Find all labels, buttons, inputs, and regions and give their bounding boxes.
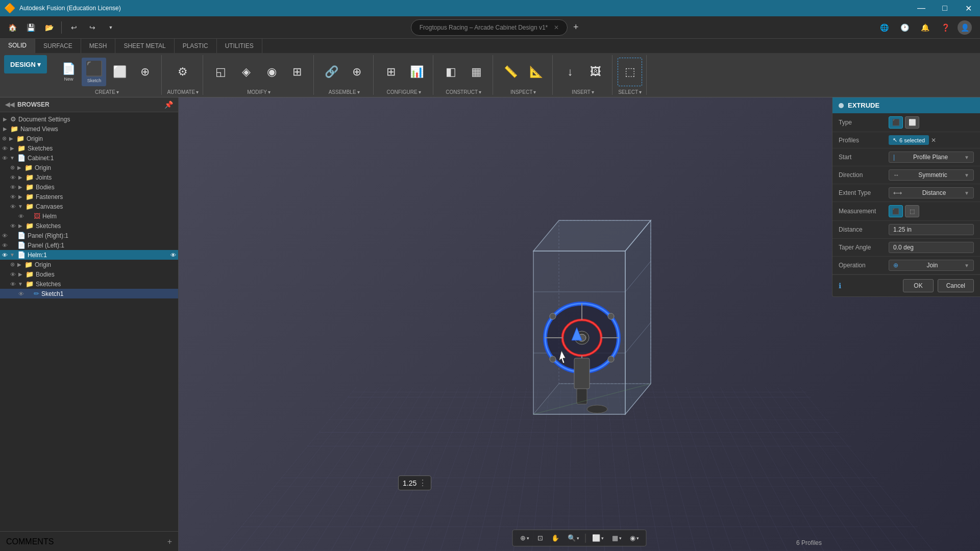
configure-group-label[interactable]: CONFIGURE▾ — [387, 89, 421, 95]
midplane-button[interactable]: ▦ — [464, 58, 488, 86]
eye-sketches-top[interactable]: 👁 — [2, 145, 8, 152]
type-surface-button[interactable]: ⬜ — [905, 116, 919, 129]
info-icon[interactable]: ℹ — [839, 282, 841, 290]
tree-item-sketch1[interactable]: 👁 ✏ Sketch1 — [0, 289, 178, 298]
tree-item-joints[interactable]: 👁 ▶ 📁 Joints — [0, 172, 178, 182]
eye-helm1[interactable]: 👁 — [2, 252, 8, 258]
operation-dropdown[interactable]: ⊕ Join ▼ — [889, 260, 974, 271]
select-group-label[interactable]: SELECT▾ — [618, 89, 642, 95]
insert-button[interactable]: ↓ — [558, 58, 582, 86]
eye-bodies[interactable]: 👁 — [10, 184, 16, 190]
create-group-label[interactable]: CREATE▾ — [95, 89, 119, 95]
automate-group-label[interactable]: AUTOMATE▾ — [167, 89, 199, 95]
canvas-button[interactable]: 🖼 — [583, 58, 608, 86]
eye-panel-right[interactable]: 👁 — [2, 233, 8, 239]
maximize-button[interactable]: □ — [933, 0, 957, 16]
helm1-hidden-eye[interactable]: 👁 — [170, 252, 176, 258]
open-button[interactable]: 📂 — [41, 19, 57, 36]
table-button[interactable]: 📊 — [404, 58, 429, 86]
tree-item-panel-left[interactable]: 👁 📄 Panel (Left):1 — [0, 240, 178, 250]
measure-half-button[interactable]: ⬚ — [905, 205, 919, 217]
comments-add-icon[interactable]: + — [167, 537, 172, 546]
eye-sketches-cabinet[interactable]: 👁 — [10, 223, 16, 229]
input-distance-overlay[interactable]: 1.25 ⋮ — [398, 475, 431, 490]
account-button[interactable]: 👤 — [958, 20, 972, 35]
tree-item-helm-origin[interactable]: ⊗ ▶ 📁 Origin — [0, 260, 178, 269]
tree-item-panel-right[interactable]: 👁 📄 Panel (Right):1 — [0, 231, 178, 240]
display-mode-button[interactable]: ⬜▾ — [589, 532, 607, 544]
modify-group-label[interactable]: MODIFY▾ — [247, 89, 271, 95]
tree-item-document-settings[interactable]: ▶ ⚙ Document Settings — [0, 114, 178, 124]
tree-item-origin[interactable]: ⊗ ▶ 📁 Origin — [0, 134, 178, 143]
insert-group-label[interactable]: INSERT▾ — [572, 89, 594, 95]
tree-item-canvases[interactable]: 👁 ▼ 📁 Canvases — [0, 202, 178, 211]
eye-sketches-helm[interactable]: 👁 — [10, 281, 16, 287]
appearance-button[interactable]: ◉▾ — [627, 532, 642, 544]
create-sketch-button[interactable]: ⬛ Sketch — [82, 58, 106, 86]
measure-full-button[interactable]: ⬛ — [889, 205, 903, 217]
tree-item-helm-canvas[interactable]: 👁 🖼 Helm — [0, 211, 178, 221]
derive-button[interactable]: ⊕ — [133, 58, 157, 86]
zoom-button[interactable]: 🔍▾ — [565, 532, 582, 544]
grid-button[interactable]: ▦▾ — [609, 532, 625, 544]
new-component-button[interactable]: 📄 New — [56, 58, 81, 86]
interference-button[interactable]: 📐 — [524, 58, 548, 86]
redo-dropdown[interactable]: ▼ — [103, 19, 119, 36]
start-dropdown[interactable]: | Profile Plane ▼ — [889, 152, 974, 163]
select-button[interactable]: ⬚ — [618, 58, 642, 86]
eye-joints[interactable]: 👁 — [10, 174, 16, 181]
joint-origin-button[interactable]: ⊕ — [345, 58, 369, 86]
tree-item-bodies[interactable]: 👁 ▶ 📁 Bodies — [0, 182, 178, 192]
redo-button[interactable]: ↪ — [84, 19, 101, 36]
viewport[interactable]: 1.25 ⋮ ⊕▾ ⊡ ✋ 🔍▾ ⬜▾ ▦▾ ◉▾ FRONT TOP — [179, 97, 980, 551]
type-solid-button[interactable]: ⬛ — [889, 116, 903, 129]
distance-input[interactable]: 1.25 in — [889, 224, 974, 235]
eye-panel-left[interactable]: 👁 — [2, 242, 8, 248]
snap-button[interactable]: ⊕▾ — [517, 532, 532, 544]
profiles-badge-ctrl[interactable]: ↖ 6 selected — [889, 135, 929, 145]
tree-item-origin-inner[interactable]: ⊗ ▶ 📁 Origin — [0, 163, 178, 172]
home-button[interactable]: 🏠 — [4, 19, 20, 36]
undo-button[interactable]: ↩ — [66, 19, 82, 36]
tab-mesh[interactable]: MESH — [81, 39, 116, 53]
eye-origin[interactable]: ⊗ — [2, 135, 7, 142]
minimize-button[interactable]: — — [910, 0, 933, 16]
chamfer-button[interactable]: ◉ — [259, 58, 284, 86]
bell-button[interactable]: 🔔 — [917, 19, 933, 36]
tree-item-named-views[interactable]: ▶ 📁 Named Views — [0, 124, 178, 134]
taper-input[interactable]: 0.0 deg — [889, 242, 974, 253]
construct-group-label[interactable]: CONSTRUCT▾ — [446, 89, 481, 95]
assemble-group-label[interactable]: ASSEMBLE▾ — [329, 89, 360, 95]
extent-dropdown[interactable]: ⟷ Distance ▼ — [889, 187, 974, 198]
fillet-button[interactable]: ◈ — [234, 58, 258, 86]
browser-collapse-icon[interactable]: ◀◀ — [5, 101, 14, 108]
tree-item-cabinet[interactable]: 👁 ▼ 📄 Cabinet:1 — [0, 153, 178, 163]
close-button[interactable]: ✕ — [957, 0, 980, 16]
tree-item-sketches-helm[interactable]: 👁 ▼ 📁 Sketches — [0, 279, 178, 289]
tree-item-sketches-top[interactable]: 👁 ▶ 📁 Sketches — [0, 143, 178, 153]
configure-button[interactable]: ⊞ — [379, 58, 403, 86]
tree-item-sketches-cabinet[interactable]: 👁 ▶ 📁 Sketches — [0, 221, 178, 231]
tree-item-helm-bodies[interactable]: 👁 ▶ 📁 Bodies — [0, 269, 178, 279]
eye-helm-origin[interactable]: ⊗ — [10, 261, 15, 268]
eye-sketch1[interactable]: 👁 — [18, 291, 24, 297]
tree-item-helm1[interactable]: 👁 ▼ 📄 Helm:1 👁 — [0, 250, 178, 260]
pan-button[interactable]: ✋ — [548, 532, 562, 544]
ok-button[interactable]: OK — [903, 279, 933, 292]
browser-pin-icon[interactable]: 📌 — [164, 101, 173, 109]
design-dropdown-button[interactable]: DESIGN ▾ — [4, 55, 47, 73]
eye-helm-canvas[interactable]: 👁 — [18, 213, 24, 219]
online-button[interactable]: 🌐 — [876, 19, 892, 36]
direction-dropdown[interactable]: ↔ Symmetric ▼ — [889, 169, 974, 181]
close-tab-button[interactable]: ✕ — [554, 24, 559, 31]
input-menu-icon[interactable]: ⋮ — [419, 478, 427, 488]
eye-fasteners[interactable]: 👁 — [10, 194, 16, 200]
shell-button[interactable]: ⊞ — [285, 58, 309, 86]
tab-utilities[interactable]: UTILITIES — [217, 39, 262, 53]
eye-canvases[interactable]: 👁 — [10, 204, 16, 210]
save-button[interactable]: 💾 — [22, 19, 39, 36]
create-form-button[interactable]: ⬜ — [107, 58, 132, 86]
automate-button[interactable]: ⚙ — [170, 58, 195, 86]
cancel-button[interactable]: Cancel — [938, 279, 974, 292]
tab-plastic[interactable]: PLASTIC — [175, 39, 217, 53]
